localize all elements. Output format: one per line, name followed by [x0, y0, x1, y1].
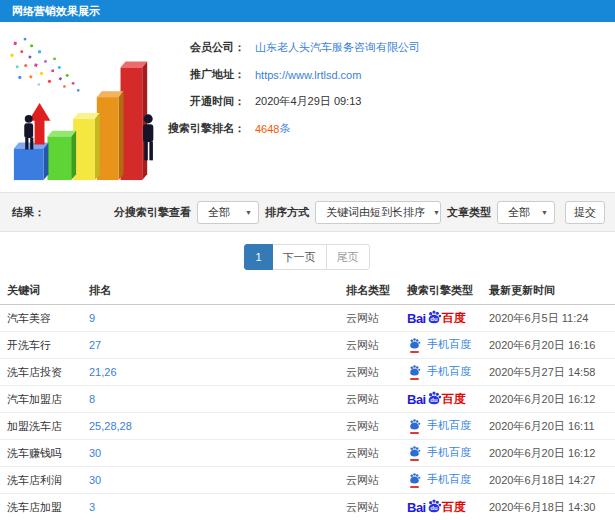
page: 网络营销效果展示 [0, 0, 615, 520]
rank-cell: 8 [89, 386, 346, 413]
pagination: 1 下一页 尾页 [0, 232, 615, 276]
table-row: 汽车加盟店8云网站Baidu百度2020年6月20日 16:12 [0, 386, 615, 413]
engine-rank-count: 4648 [255, 123, 279, 135]
company-info-list: 会员公司： 山东老人头汽车服务咨询有限公司 推广地址： https://www.… [0, 34, 615, 142]
mobile-baidu-icon [407, 337, 422, 352]
rank-cell: 9 [89, 305, 346, 332]
engine-cell: 手机百度 [407, 467, 489, 494]
baidu-paw-icon: du [426, 498, 442, 514]
promo-url-row: 推广地址： https://www.lrtlsd.com [0, 61, 615, 88]
last-page-button[interactable]: 尾页 [326, 244, 370, 270]
rank-cell: 27 [89, 332, 346, 359]
rank-cell: 30 [89, 467, 346, 494]
engine-cell: Baidu百度 [407, 494, 489, 520]
engine-filter-select[interactable]: 全部 ▼ [197, 201, 259, 224]
promo-url-label: 推广地址： [0, 67, 245, 82]
rank-link[interactable]: 27 [89, 339, 101, 351]
updated-cell: 2020年6月20日 16:12 [489, 440, 615, 467]
chevron-down-icon: ▼ [433, 209, 440, 216]
rank-link[interactable]: 30 [89, 474, 101, 486]
chevron-down-icon: ▼ [541, 209, 548, 216]
article-type-label: 文章类型 [447, 205, 491, 220]
baidu-paw-icon [407, 418, 422, 431]
engine-cell: 手机百度 [407, 332, 489, 359]
keyword-cell: 洗车店加盟 [0, 494, 89, 520]
rank-cell: 30 [89, 440, 346, 467]
engine-cell: 手机百度 [407, 440, 489, 467]
engine-rank-suffix: 条 [279, 121, 290, 136]
table-header-row: 关键词 排名 排名类型 搜索引擎类型 最新更新时间 [0, 276, 615, 305]
col-engine-type: 搜索引擎类型 [407, 276, 489, 305]
rank-link[interactable]: 30 [89, 447, 101, 459]
filter-controls: 分搜索引擎查看 全部 ▼ 排序方式 关键词由短到长排序 ▼ 文章类型 全部 ▼ … [114, 201, 605, 224]
baidu-paw-icon [407, 445, 422, 458]
member-company-link[interactable]: 山东老人头汽车服务咨询有限公司 [255, 40, 420, 55]
page-title: 网络营销效果展示 [0, 0, 100, 22]
table-row: 洗车店利润30云网站手机百度2020年6月18日 14:27 [0, 467, 615, 494]
engine-cell: Baidu百度 [407, 305, 489, 332]
mobile-baidu-badge: 手机百度 [407, 364, 471, 379]
baidu-paw-icon: du [426, 309, 442, 325]
rank-cell: 3 [89, 494, 346, 520]
mobile-baidu-icon [407, 445, 422, 460]
keyword-cell: 洗车赚钱吗 [0, 440, 89, 467]
member-company-label: 会员公司： [0, 40, 245, 55]
updated-cell: 2020年6月20日 16:11 [489, 413, 615, 440]
rank-link[interactable]: 8 [89, 393, 95, 405]
table-row: 汽车美容9云网站Baidu百度2020年6月5日 11:24 [0, 305, 615, 332]
rank-link[interactable]: 25,28,28 [89, 420, 132, 432]
table-row: 洗车赚钱吗30云网站手机百度2020年6月20日 16:12 [0, 440, 615, 467]
rank-type-cell: 云网站 [346, 494, 407, 520]
keyword-cell: 洗车店利润 [0, 467, 89, 494]
rank-link[interactable]: 21,26 [89, 366, 117, 378]
baidu-logo: Baidu百度 [407, 390, 466, 408]
mobile-baidu-badge: 手机百度 [407, 445, 471, 460]
page-1-button[interactable]: 1 [244, 244, 272, 270]
article-type-select[interactable]: 全部 ▼ [497, 201, 555, 224]
engine-filter-label: 分搜索引擎查看 [114, 205, 191, 220]
rank-type-cell: 云网站 [346, 413, 407, 440]
mobile-baidu-icon [407, 418, 422, 433]
svg-text:du: du [430, 397, 438, 403]
chevron-down-icon: ▼ [245, 209, 252, 216]
mobile-baidu-badge: 手机百度 [407, 337, 471, 352]
col-keyword: 关键词 [0, 276, 89, 305]
keyword-cell: 开洗车行 [0, 332, 89, 359]
company-info-section: 会员公司： 山东老人头汽车服务咨询有限公司 推广地址： https://www.… [0, 22, 615, 192]
keyword-cell: 汽车美容 [0, 305, 89, 332]
updated-cell: 2020年6月20日 16:12 [489, 386, 615, 413]
rank-link[interactable]: 3 [89, 501, 95, 513]
updated-cell: 2020年6月5日 11:24 [489, 305, 615, 332]
promo-url-link[interactable]: https://www.lrtlsd.com [255, 69, 361, 81]
keyword-cell: 汽车加盟店 [0, 386, 89, 413]
results-table-body: 汽车美容9云网站Baidu百度2020年6月5日 11:24开洗车行27云网站手… [0, 305, 615, 520]
updated-cell: 2020年5月27日 14:58 [489, 359, 615, 386]
sort-label: 排序方式 [265, 205, 309, 220]
table-row: 开洗车行27云网站手机百度2020年6月20日 16:16 [0, 332, 615, 359]
next-page-button[interactable]: 下一页 [272, 244, 327, 270]
member-company-row: 会员公司： 山东老人头汽车服务咨询有限公司 [0, 34, 615, 61]
mobile-baidu-icon [407, 472, 422, 487]
table-row: 加盟洗车店25,28,28云网站手机百度2020年6月20日 16:11 [0, 413, 615, 440]
open-time-label: 开通时间： [0, 94, 245, 109]
rank-cell: 21,26 [89, 359, 346, 386]
sort-select[interactable]: 关键词由短到长排序 ▼ [315, 201, 441, 224]
engine-cell: 手机百度 [407, 359, 489, 386]
mobile-baidu-icon [407, 364, 422, 379]
rank-type-cell: 云网站 [346, 467, 407, 494]
rank-link[interactable]: 9 [89, 312, 95, 324]
engine-rank-row: 搜索引擎排名： 4648 条 [0, 115, 615, 142]
mobile-baidu-badge: 手机百度 [407, 472, 471, 487]
keyword-cell: 加盟洗车店 [0, 413, 89, 440]
baidu-logo: Baidu百度 [407, 498, 466, 516]
keyword-cell: 洗车店投资 [0, 359, 89, 386]
baidu-logo: Baidu百度 [407, 309, 466, 327]
open-time-value: 2020年4月29日 09:13 [255, 94, 361, 109]
col-rank: 排名 [89, 276, 346, 305]
rank-cell: 25,28,28 [89, 413, 346, 440]
submit-button[interactable]: 提交 [565, 201, 605, 224]
updated-cell: 2020年6月20日 16:16 [489, 332, 615, 359]
col-rank-type: 排名类型 [346, 276, 407, 305]
updated-cell: 2020年6月18日 14:30 [489, 494, 615, 520]
baidu-paw-icon: du [426, 390, 442, 406]
